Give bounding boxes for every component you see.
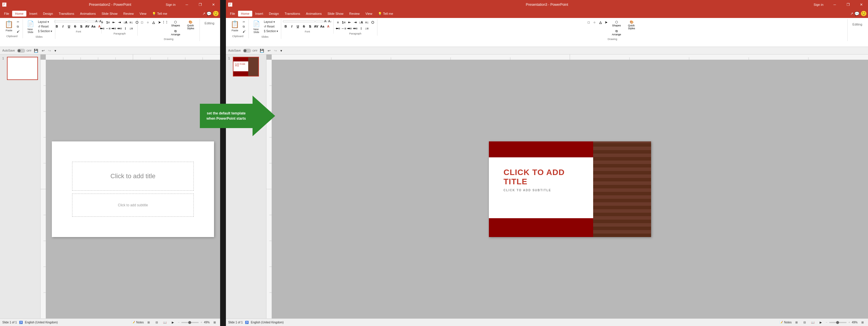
font-size-input-2[interactable]: [315, 21, 323, 22]
subtitle-placeholder-1[interactable]: Click to add subtitle: [72, 194, 194, 217]
menu-design-2[interactable]: Design: [266, 11, 282, 17]
zoom-minus-icon-2[interactable]: −: [826, 321, 828, 324]
paste-btn-1[interactable]: 📋 Paste: [3, 20, 15, 32]
format-painter-btn-1[interactable]: 🖌: [16, 29, 21, 34]
menu-review-2[interactable]: Review: [346, 11, 363, 17]
menu-view-2[interactable]: View: [363, 11, 375, 17]
menu-transitions-2[interactable]: Transitions: [282, 11, 303, 17]
shape-1[interactable]: □: [139, 20, 145, 25]
slide-thumb-1[interactable]: [7, 57, 38, 80]
align-center-btn-2[interactable]: ↔≡: [341, 26, 346, 31]
save-btn-qat-2[interactable]: 💾: [259, 48, 265, 53]
copy-btn-2[interactable]: ⧉: [242, 24, 247, 29]
change-case-btn-2[interactable]: Aa: [319, 24, 325, 29]
align-right-btn-2[interactable]: ➡≡: [347, 26, 352, 31]
close-btn-2[interactable]: ✕: [855, 0, 868, 9]
reset-btn-1[interactable]: ↺ Reset: [37, 24, 53, 29]
shadow-btn-2[interactable]: S: [307, 24, 312, 29]
slide-canvas-2[interactable]: CLICK TO ADD TITLE CLICK TO ADD SUBTITLE…: [489, 141, 651, 237]
section-btn-1[interactable]: § Section ▾: [37, 29, 53, 33]
menu-file-2[interactable]: File: [227, 11, 238, 17]
restore-btn-1[interactable]: ❐: [193, 0, 207, 9]
font-color-btn-2[interactable]: A: [326, 24, 331, 29]
share-icon-1[interactable]: ↗: [203, 11, 205, 16]
restore-btn-2[interactable]: ❐: [841, 0, 855, 9]
notes-btn-1[interactable]: 📝 Notes: [131, 321, 144, 324]
zoom-plus-icon-2[interactable]: +: [848, 321, 850, 324]
bold-btn-2[interactable]: B: [283, 24, 288, 29]
menu-animations-2[interactable]: Animations: [303, 11, 324, 17]
arrange-btn-2[interactable]: ⧉ Arrange: [609, 29, 624, 36]
columns-btn-2[interactable]: ⫶: [359, 26, 364, 31]
sign-in-btn-1[interactable]: Sign in: [161, 3, 180, 6]
menu-tellme-2[interactable]: 💡 Tell me: [375, 11, 396, 17]
redo-btn-qat-1[interactable]: ↪: [47, 48, 52, 53]
strikethrough-btn-2[interactable]: S: [301, 24, 306, 29]
font-increase-btn-2[interactable]: A↑: [324, 20, 328, 23]
autosave-toggle-2[interactable]: [243, 49, 251, 53]
quick-styles-btn-1[interactable]: 🎨 QuickStyles: [183, 20, 198, 30]
menu-review-1[interactable]: Review: [121, 11, 137, 17]
layout-btn-2[interactable]: Layout ▾: [263, 20, 279, 24]
line-spacing-btn-2[interactable]: ↕≡: [364, 26, 370, 31]
menu-file-1[interactable]: File: [1, 11, 12, 17]
zoom-level-1[interactable]: 49%: [204, 321, 210, 324]
font-increase-btn-1[interactable]: A↑: [95, 20, 99, 23]
align-text-btn-1[interactable]: ≡↕: [129, 20, 134, 25]
zoom-slider-1[interactable]: [181, 322, 199, 323]
paste-btn-2[interactable]: 📋 Paste: [229, 20, 241, 32]
new-slide-btn-1[interactable]: 📄 NewSlide: [25, 20, 36, 34]
close-btn-1[interactable]: ✕: [207, 0, 220, 9]
shapes-btn-2[interactable]: ⬡ Shapes: [609, 20, 624, 28]
menu-home-2[interactable]: Home: [238, 11, 252, 17]
menu-transitions-1[interactable]: Transitions: [56, 11, 77, 17]
shape-4[interactable]: ➤: [157, 20, 162, 25]
menu-slideshow-1[interactable]: Slide Show: [99, 11, 121, 17]
normal-view-btn-1[interactable]: ⊞: [145, 320, 152, 325]
redo-btn-qat-2[interactable]: ↪: [273, 48, 278, 53]
menu-design-1[interactable]: Design: [40, 11, 56, 17]
bullets-btn-1[interactable]: ≡: [100, 20, 105, 25]
reading-view-btn-1[interactable]: 📖: [162, 320, 168, 325]
accessibility-icon-1[interactable]: ♿: [19, 321, 23, 324]
menu-tellme-1[interactable]: 💡 Tell me: [149, 11, 170, 17]
menu-insert-2[interactable]: Insert: [252, 11, 266, 17]
font-decrease-btn-2[interactable]: A↓: [328, 20, 332, 23]
slideshow-btn-2[interactable]: ▶: [817, 320, 824, 325]
char-spacing-btn-1[interactable]: AV: [85, 24, 90, 29]
char-spacing-btn-2[interactable]: AV: [313, 24, 318, 29]
slideshow-btn-1[interactable]: ▶: [170, 320, 176, 325]
align-center-btn-1[interactable]: ↔≡: [105, 26, 111, 31]
decrease-indent-btn-2[interactable]: ⇤: [347, 20, 352, 25]
text-direction-btn-1[interactable]: ↕A: [123, 20, 128, 25]
reset-btn-2[interactable]: ↺ Reset: [263, 24, 279, 29]
slide-canvas-1[interactable]: Click to add title Click to add subtitle: [52, 141, 214, 237]
sign-in-btn-2[interactable]: Sign in: [809, 3, 828, 6]
shape-w3[interactable]: △: [598, 20, 603, 25]
slide-title-box[interactable]: CLICK TO ADD TITLE CLICK TO ADD SUBTITLE: [500, 165, 587, 195]
align-left-btn-1[interactable]: ⬅≡: [100, 26, 105, 31]
font-name-input-1[interactable]: [54, 21, 86, 22]
menu-slideshow-2[interactable]: Slide Show: [325, 11, 346, 17]
italic-btn-2[interactable]: I: [289, 24, 294, 29]
fit-slide-btn-1[interactable]: ⊞: [211, 320, 218, 325]
emoji-icon-1[interactable]: 🙂: [213, 10, 219, 17]
decrease-indent-btn-1[interactable]: ⇤: [111, 20, 117, 25]
font-size-input-1[interactable]: [87, 21, 95, 22]
shape-2[interactable]: ○: [145, 20, 150, 25]
slide-thumb-2[interactable]: CLICK TO ADD TITLE: [233, 57, 259, 77]
justify-btn-1[interactable]: ⇔≡: [117, 26, 122, 31]
autosave-toggle-1[interactable]: [17, 49, 25, 53]
italic-btn-1[interactable]: I: [60, 24, 65, 29]
bullets-btn-2[interactable]: ≡: [335, 20, 341, 25]
menu-animations-1[interactable]: Animations: [77, 11, 98, 17]
arrange-btn-1[interactable]: ⧉ Arrange: [168, 29, 183, 36]
align-left-btn-2[interactable]: ⬅≡: [335, 26, 341, 31]
zoom-level-2[interactable]: 49%: [852, 321, 858, 324]
notes-btn-2[interactable]: 📝 Notes: [779, 321, 792, 324]
cut-btn-1[interactable]: ✂: [16, 20, 21, 24]
minimize-btn-1[interactable]: ─: [180, 0, 193, 9]
align-right-btn-1[interactable]: ➡≡: [111, 26, 117, 31]
accessibility-icon-2[interactable]: ♿: [245, 321, 248, 324]
shape-3[interactable]: △: [151, 20, 156, 25]
